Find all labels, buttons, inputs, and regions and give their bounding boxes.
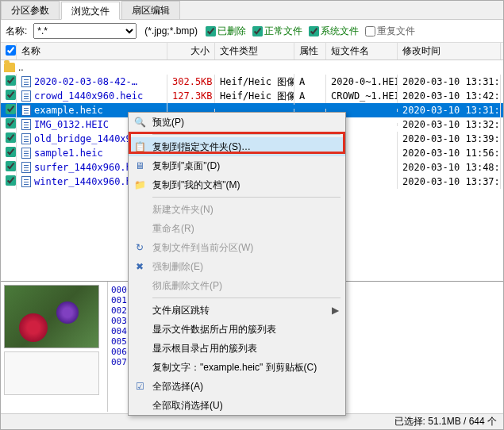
- file-icon: [21, 105, 31, 116]
- col-mod[interactable]: 修改时间: [398, 43, 501, 60]
- menu-item[interactable]: ☑全部选择(A): [129, 377, 345, 396]
- row-checkbox[interactable]: [6, 175, 16, 186]
- menu-label: 显示文件数据所占用的簇列表: [152, 323, 339, 336]
- menu-separator: [152, 298, 340, 298]
- chk-dup[interactable]: 重复文件: [365, 25, 415, 38]
- menu-item[interactable]: 全部取消选择(U): [129, 396, 345, 415]
- menu-icon: 🖥: [132, 160, 148, 171]
- menu-icon: 📁: [132, 179, 148, 190]
- menu-label: 彻底删除文件(P): [152, 279, 339, 293]
- menu-label: 新建文件夹(N): [152, 203, 339, 217]
- file-row[interactable]: crowd_1440x960.heic127.3KBHeif/Heic 图像AC…: [1, 89, 503, 103]
- menu-icon: 📋: [132, 141, 148, 152]
- menu-label: 全部取消选择(U): [152, 399, 339, 413]
- file-icon: [21, 133, 31, 144]
- menu-label: 复制到指定文件夹(S)…: [152, 140, 339, 154]
- menu-label: 复制文字："example.heic" 到剪贴板(C): [152, 361, 339, 374]
- menu-icon: ✖: [132, 261, 148, 272]
- menu-item[interactable]: 🖥复制到"桌面"(D): [129, 156, 345, 175]
- col-size[interactable]: 大小: [167, 43, 215, 60]
- preview-pane: [1, 282, 108, 412]
- col-name[interactable]: 名称: [17, 43, 167, 60]
- menu-item[interactable]: 🔍预览(P): [129, 113, 345, 132]
- row-checkbox[interactable]: [6, 161, 16, 171]
- chk-system[interactable]: 系统文件: [309, 25, 359, 38]
- menu-label: 重命名(R): [152, 222, 339, 236]
- menu-label: 显示根目录占用的簇列表: [152, 342, 339, 355]
- row-checkbox[interactable]: [6, 118, 16, 129]
- chk-deleted[interactable]: 已删除: [206, 25, 246, 38]
- file-icon: [21, 148, 31, 159]
- row-checkbox[interactable]: [6, 90, 16, 100]
- menu-separator: [152, 134, 340, 135]
- tab-browse-files[interactable]: 浏览文件: [61, 2, 120, 20]
- file-icon: [21, 176, 31, 187]
- row-checkbox[interactable]: [6, 147, 16, 157]
- thumbnail-empty: [4, 351, 99, 395]
- row-checkbox[interactable]: [6, 75, 16, 86]
- menu-item: 彻底删除文件(P): [129, 276, 345, 295]
- status-bar: 已选择: 51.1MB / 644 个: [1, 413, 503, 429]
- menu-icon: ↻: [132, 242, 148, 253]
- menu-icon: ☑: [132, 381, 148, 392]
- menu-item[interactable]: 文件扇区跳转▶: [129, 301, 345, 320]
- context-menu: 🔍预览(P)📋复制到指定文件夹(S)…🖥复制到"桌面"(D)📁复制到"我的文档"…: [128, 112, 346, 416]
- chk-normal[interactable]: 正常文件: [252, 25, 302, 38]
- menu-label: 文件扇区跳转: [152, 304, 332, 317]
- menu-label: 预览(P): [152, 116, 339, 129]
- menu-icon: 🔍: [132, 117, 148, 128]
- toolbar: 名称: *.* (*.jpg;*.bmp) 已删除 正常文件 系统文件 重复文件: [1, 20, 503, 43]
- menu-label: 复制文件到当前分区(W): [152, 241, 339, 255]
- menu-label: 复制到"我的文档"(M): [152, 179, 339, 192]
- filter-select[interactable]: *.*: [33, 23, 137, 39]
- menu-label: 复制到"桌面"(D): [152, 159, 339, 173]
- menu-item[interactable]: 📁复制到"我的文档"(M): [129, 175, 345, 194]
- parent-dir-row[interactable]: ..: [1, 60, 503, 75]
- filter-hint: (*.jpg;*.bmp): [144, 25, 198, 36]
- folder-icon: [4, 63, 15, 72]
- file-row[interactable]: 2020-02-03-08-42-…302.5KBHeif/Heic 图像A20…: [1, 75, 503, 89]
- tab-sector-edit[interactable]: 扇区编辑: [121, 1, 180, 19]
- submenu-arrow-icon: ▶: [332, 305, 339, 316]
- select-all-checkbox[interactable]: [6, 45, 16, 56]
- col-type[interactable]: 文件类型: [215, 43, 294, 60]
- row-checkbox[interactable]: [6, 132, 16, 143]
- status-text: 已选择: 51.1MB / 644 个: [394, 415, 497, 428]
- menu-item[interactable]: 显示文件数据所占用的簇列表: [129, 320, 345, 339]
- menu-item[interactable]: 显示根目录占用的簇列表: [129, 339, 345, 358]
- thumbnail: [4, 285, 99, 348]
- grid-header: 名称 大小 文件类型 属性 短文件名 修改时间: [1, 43, 503, 60]
- menu-item[interactable]: 复制文字："example.heic" 到剪贴板(C): [129, 358, 345, 377]
- menu-item: 重命名(R): [129, 219, 345, 238]
- col-attr[interactable]: 属性: [294, 43, 326, 60]
- col-short[interactable]: 短文件名: [326, 43, 398, 60]
- file-icon: [21, 90, 31, 102]
- menu-label: 强制删除(E): [152, 260, 339, 274]
- file-icon: [21, 119, 31, 130]
- menu-separator: [152, 197, 340, 198]
- file-icon: [21, 162, 31, 173]
- menu-item[interactable]: 📋复制到指定文件夹(S)…: [129, 137, 345, 156]
- menu-item: ↻复制文件到当前分区(W): [129, 238, 345, 257]
- menu-item: ✖强制删除(E): [129, 257, 345, 276]
- name-label: 名称:: [6, 25, 27, 38]
- menu-item: 新建文件夹(N): [129, 200, 345, 219]
- menu-label: 全部选择(A): [152, 380, 339, 394]
- file-icon: [21, 76, 31, 87]
- tab-partition[interactable]: 分区参数: [1, 1, 60, 19]
- tab-bar: 分区参数 浏览文件 扇区编辑: [1, 1, 503, 20]
- row-checkbox[interactable]: [6, 104, 16, 114]
